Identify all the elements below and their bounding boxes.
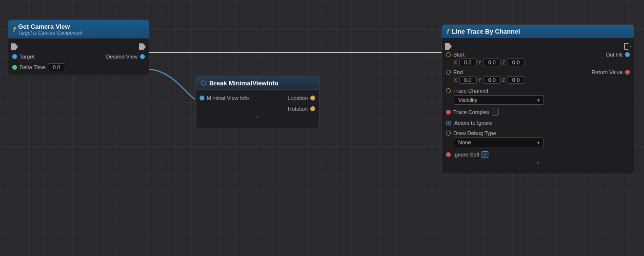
break-rotation-pin (310, 106, 315, 111)
trace-node-header: f Line Trace By Channel (442, 25, 634, 38)
trace-complex-checkbox[interactable] (492, 109, 499, 116)
break-minimal-label: Minimal View Info (207, 95, 249, 101)
trace-channel-section: Trace Channel Visibility ▾ (442, 85, 634, 107)
camera-node-subtitle: Target is Camera Component (18, 30, 82, 36)
trace-start-section: Start Out Hit X 0.0 Y 0.0 Z 0.0 (442, 51, 634, 67)
trace-actors-icon: ⊞ (446, 119, 452, 127)
camera-exec-in-pin (11, 43, 18, 50)
trace-start-z-value[interactable]: 0.0 (507, 59, 524, 66)
trace-channel-value: Visibility (458, 97, 478, 103)
camera-exec-row (8, 41, 149, 51)
trace-start-y-label: Y (478, 60, 482, 65)
camera-node: f Get Camera View Target is Camera Compo… (8, 20, 149, 76)
break-minimal-pin (200, 96, 204, 100)
trace-exec-out-pin (624, 43, 631, 50)
break-node-header: ⬡ Break MinimalViewInfo (196, 76, 319, 90)
camera-delta-time-label: Delta Time (20, 64, 45, 70)
break-node-title: Break MinimalViewInfo (209, 79, 278, 87)
trace-return-value-pin (625, 70, 630, 75)
camera-desired-view-pin (140, 54, 145, 59)
trace-ignore-self-label: Ignore Self (453, 152, 479, 158)
camera-exec-out-pin (139, 43, 146, 50)
trace-start-z-label: Z (502, 60, 505, 65)
camera-node-title: Get Camera View (18, 23, 70, 30)
trace-end-z-value[interactable]: 0.0 (507, 76, 524, 84)
trace-out-hit-pin (625, 52, 630, 57)
trace-channel-dropdown[interactable]: Visibility ▾ (454, 95, 544, 105)
trace-end-y-value[interactable]: 0.0 (483, 76, 501, 84)
trace-start-x-value[interactable]: 0.0 (459, 59, 477, 66)
trace-exec-in-pin (445, 43, 452, 50)
break-location-label: Location (287, 95, 308, 101)
trace-end-y-label: Y (478, 78, 482, 83)
camera-func-icon: f (13, 26, 15, 33)
trace-complex-row: Trace Complex (442, 107, 634, 118)
trace-start-pin (446, 52, 451, 57)
trace-complex-label: Trace Complex (453, 109, 489, 115)
trace-end-label: End (453, 69, 463, 75)
trace-ignore-self-row: Ignore Self ✓ (442, 149, 634, 160)
break-collapse-arrow[interactable]: ˅ (196, 114, 319, 125)
trace-actors-label: Actors to Ignore (454, 120, 492, 126)
trace-complex-pin (446, 110, 451, 115)
camera-target-pin (12, 54, 17, 59)
camera-node-header: f Get Camera View Target is Camera Compo… (8, 20, 149, 39)
trace-start-y-value[interactable]: 0.0 (483, 59, 501, 66)
break-minimal-row: Minimal View Info Location (196, 93, 319, 103)
trace-debug-label: Draw Debug Type (453, 130, 496, 136)
trace-channel-arrow: ▾ (537, 98, 540, 103)
trace-debug-section: Draw Debug Type None ▾ (442, 128, 634, 149)
trace-out-hit-label: Out Hit (606, 52, 623, 58)
trace-channel-label: Trace Channel (453, 88, 488, 94)
trace-debug-value: None (458, 139, 471, 145)
trace-end-pin (446, 70, 451, 75)
camera-target-label: Target (20, 54, 35, 59)
trace-exec-row (442, 41, 634, 51)
trace-node: f Line Trace By Channel Start Out Hit X (442, 24, 634, 174)
trace-node-body: Start Out Hit X 0.0 Y 0.0 Z 0.0 (442, 38, 634, 174)
trace-end-section: End Return Value X 0.0 Y 0.0 Z 0.0 (442, 67, 634, 85)
trace-node-title: Line Trace By Channel (452, 28, 520, 35)
camera-delta-time-row: Delta Time 0.0 (8, 62, 149, 73)
break-location-pin (310, 96, 315, 100)
trace-channel-pin (446, 88, 451, 93)
camera-delta-time-pin (12, 65, 17, 70)
trace-end-x-label: X (454, 78, 457, 83)
trace-start-label: Start (453, 52, 464, 58)
break-rotation-row: Rotation (196, 103, 319, 114)
break-node-body: Minimal View Info Location Rotation ˅ (196, 90, 319, 128)
camera-delta-time-value[interactable]: 0.0 (48, 63, 65, 71)
trace-debug-arrow: ▾ (537, 140, 540, 145)
trace-start-x-label: X (454, 60, 457, 65)
trace-debug-dropdown[interactable]: None ▾ (454, 138, 544, 147)
trace-end-z-label: Z (502, 78, 505, 83)
camera-node-body: Target Desired View Delta Time 0.0 (8, 39, 149, 76)
trace-actors-row: ⊞ Actors to Ignore (442, 118, 634, 128)
camera-target-row: Target Desired View (8, 51, 149, 62)
trace-func-icon: f (447, 28, 449, 35)
trace-collapse-arrow[interactable]: ˅ (442, 160, 634, 171)
trace-return-value-label: Return Value (592, 69, 623, 75)
break-rotation-label: Rotation (288, 106, 308, 112)
trace-end-x-value[interactable]: 0.0 (459, 76, 477, 84)
trace-debug-pin (446, 131, 451, 136)
trace-ignore-self-checkbox[interactable]: ✓ (482, 151, 488, 158)
trace-ignore-self-pin (446, 152, 451, 157)
break-node: ⬡ Break MinimalViewInfo Minimal View Inf… (195, 76, 320, 128)
camera-desired-view-label: Desired View (106, 54, 138, 59)
break-icon: ⬡ (201, 79, 206, 87)
